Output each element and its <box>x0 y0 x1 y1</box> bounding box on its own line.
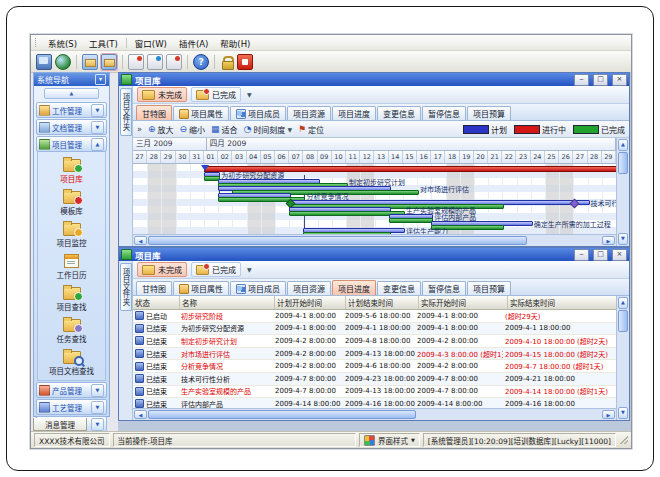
scroll-left-arrow[interactable]: ◀ <box>134 236 147 245</box>
tab-0[interactable]: 甘特图 <box>136 281 172 295</box>
filter-overflow-icon[interactable]: ▼ <box>247 91 252 98</box>
exit-icon[interactable] <box>237 54 253 70</box>
gantt-vertical-scrollbar[interactable]: ▲ ▼ <box>616 138 629 246</box>
chevron-icon[interactable]: ▼ <box>91 418 104 431</box>
sidebar-group-header[interactable]: 工艺管理▼ <box>36 399 107 415</box>
menu-item-0[interactable]: 系统(S) <box>42 36 83 50</box>
chevron-icon[interactable]: ▲ <box>91 138 104 151</box>
resize-grip[interactable] <box>620 436 628 444</box>
tab-1[interactable]: 项目属性 <box>173 106 229 120</box>
computer-icon[interactable] <box>36 54 52 70</box>
tab-3[interactable]: 项目资源 <box>287 281 331 295</box>
tab-1[interactable]: 项目属性 <box>173 281 229 295</box>
column-header-5[interactable]: 实际结束时间 <box>508 296 616 309</box>
toolbar-overflow-icon[interactable]: » <box>137 125 142 134</box>
scroll-left-arrow[interactable]: ◀ <box>134 410 147 419</box>
sidebar-group-header[interactable]: 产品管理▼ <box>36 382 107 398</box>
chevron-icon[interactable]: ▼ <box>91 401 104 414</box>
gantt-bar-completed[interactable] <box>303 232 390 234</box>
chevron-icon[interactable]: ▼ <box>91 104 104 117</box>
tab-0[interactable]: 甘特图 <box>136 105 172 120</box>
mail-receive-icon[interactable] <box>147 54 163 70</box>
sidebar-item-folder-green[interactable]: 项目库 <box>60 155 83 184</box>
table-vertical-scrollbar[interactable]: ▲ ▼ <box>616 296 629 420</box>
tab-5[interactable]: 变更信息 <box>377 281 421 295</box>
interface-style-button[interactable]: 界面样式 ▼ <box>359 433 420 447</box>
tab-message-management[interactable]: 消息管理 <box>33 418 87 431</box>
scroll-right-arrow[interactable]: ▶ <box>602 410 615 419</box>
folder-view-icon[interactable] <box>101 54 117 70</box>
fit-button[interactable]: ▦适合 <box>211 124 238 135</box>
lock-icon[interactable] <box>220 55 234 69</box>
scroll-down-arrow[interactable]: ▼ <box>618 233 628 245</box>
table-row[interactable]: 已结束制定初步研究计划2009-4-2 8:00:002009-4-8 18:0… <box>133 335 616 348</box>
filter-button-finished[interactable]: 已完成 <box>191 262 241 277</box>
gantt-bar-completed[interactable] <box>289 211 405 216</box>
sidebar-scroll-up-button[interactable]: ▲ <box>44 88 99 99</box>
table-row[interactable]: 已结束评估内部产品2009-4-14 8:00:002009-4-16 18:0… <box>133 398 616 408</box>
menu-item-2[interactable]: 窗口(W) <box>129 36 173 50</box>
filter-overflow-icon[interactable]: ▼ <box>247 266 252 273</box>
minimize-button[interactable] <box>574 249 589 261</box>
menu-item-4[interactable]: 帮助(H) <box>214 36 256 50</box>
chevron-icon[interactable]: ▼ <box>91 384 104 397</box>
filter-button-unfinished[interactable]: 未完成 <box>137 262 187 277</box>
sidebar-item-folder-search[interactable]: 项目文档查找 <box>49 347 94 376</box>
sidebar-item-folder-star[interactable]: 项目监控 <box>57 219 87 248</box>
column-header-3[interactable]: 计划结束时间 <box>346 296 419 309</box>
scroll-right-arrow[interactable]: ▶ <box>602 236 615 245</box>
sidebar-group-header[interactable]: 项目管理▲ <box>36 136 107 152</box>
column-header-1[interactable]: 名称 <box>180 296 275 309</box>
pin-icon[interactable]: ▾ <box>95 74 106 85</box>
tab-3[interactable]: 项目资源 <box>287 106 331 120</box>
close-button[interactable] <box>612 74 627 86</box>
zoom-in-button[interactable]: ⊕放大 <box>148 124 174 135</box>
tab-6[interactable]: 暂停信息 <box>422 106 466 120</box>
minimize-button[interactable] <box>574 74 589 86</box>
maximize-button[interactable] <box>593 249 608 261</box>
gantt-horizontal-scrollbar[interactable]: ◀ ▶ <box>133 234 616 246</box>
table-row[interactable]: 已启动初步研究阶段2009-4-1 8:00:002009-5-6 18:00:… <box>133 310 616 323</box>
menu-item-3[interactable]: 插件(A) <box>173 36 214 50</box>
scrollbar-thumb[interactable] <box>148 410 416 419</box>
sidebar-item-folder-red[interactable]: 模板库 <box>60 187 83 216</box>
timescale-button[interactable]: ◔时间刻度▼ <box>244 124 292 135</box>
sidebar-item-calendar[interactable]: 工作日历 <box>57 251 87 280</box>
scroll-down-arrow[interactable]: ▼ <box>618 407 628 419</box>
table-horizontal-scrollbar[interactable]: ◀ ▶ <box>133 408 616 420</box>
tab-7[interactable]: 项目预算 <box>467 106 511 120</box>
close-button[interactable] <box>612 249 627 261</box>
table-row[interactable]: 已结束生产实验室规模的产品2009-4-7 8:00:002009-4-13 1… <box>133 386 616 399</box>
table-row[interactable]: 已结束分析竞争情况2009-4-2 8:00:002009-4-6 18:00:… <box>133 360 616 373</box>
sidebar-splitter[interactable] <box>110 72 118 431</box>
sidebar-item-folder-people[interactable]: 任务查找 <box>57 315 87 344</box>
sidebar-item-folder-find[interactable]: 项目查找 <box>57 283 87 312</box>
tab-project-folder[interactable]: 项目文件夹 <box>120 88 132 136</box>
mail-send-icon[interactable] <box>128 54 144 70</box>
tab-6[interactable]: 暂停信息 <box>422 281 466 295</box>
chevron-icon[interactable]: ▼ <box>91 121 104 134</box>
scrollbar-thumb[interactable] <box>618 310 628 332</box>
tab-2[interactable]: 项目成员 <box>230 106 286 120</box>
table-row[interactable]: 已结束技术可行性分析2009-4-7 8:00:002009-4-23 18:0… <box>133 373 616 386</box>
help-icon[interactable]: ? <box>193 54 209 70</box>
sidebar-group-header[interactable]: 工作管理▼ <box>36 102 107 118</box>
sidebar-group-header[interactable]: 文档管理▼ <box>36 119 107 135</box>
filter-button-unfinished[interactable]: 未完成 <box>137 87 187 102</box>
scrollbar-thumb[interactable] <box>148 236 527 245</box>
scroll-up-arrow[interactable]: ▲ <box>618 139 628 151</box>
scroll-up-arrow[interactable]: ▲ <box>618 297 628 309</box>
gantt-chart-body[interactable]: 为初步研究分配资源制定初步研究计划对市场进行评估分析竞争情况技术可行性分析生产实… <box>133 164 616 234</box>
tab-4[interactable]: 项目进度 <box>332 280 376 295</box>
tab-5[interactable]: 变更信息 <box>377 106 421 120</box>
tab-2[interactable]: 项目成员 <box>230 281 286 295</box>
locate-button[interactable]: ⚑定位 <box>298 124 324 135</box>
menu-item-1[interactable]: 工具(T) <box>83 36 124 50</box>
column-header-4[interactable]: 实际开始时间 <box>419 296 508 309</box>
filter-button-finished[interactable]: 已完成 <box>191 87 241 102</box>
globe-icon[interactable] <box>55 54 71 70</box>
tab-4[interactable]: 项目进度 <box>332 106 376 120</box>
gantt-bar-completed[interactable] <box>389 218 434 223</box>
table-row[interactable]: 已结束为初步研究分配资源2009-4-1 8:00:002009-4-1 18:… <box>133 323 616 336</box>
tab-7[interactable]: 项目预算 <box>467 281 511 295</box>
